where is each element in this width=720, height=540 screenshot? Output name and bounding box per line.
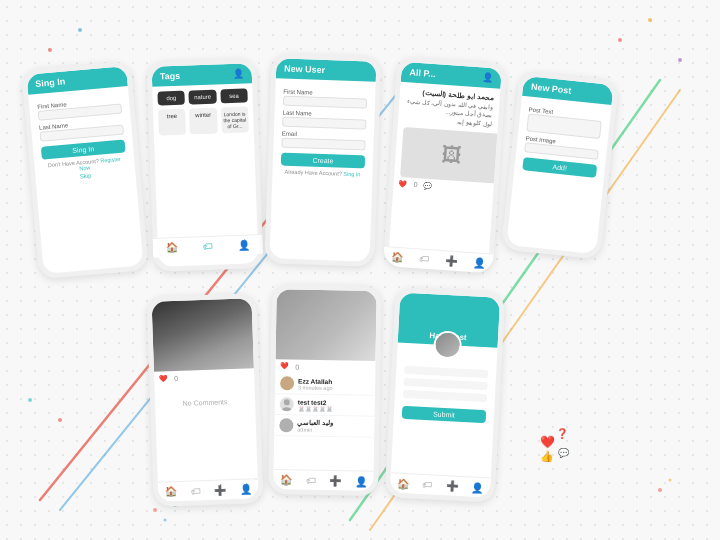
nav-add-icon[interactable]: ➕ [445, 255, 458, 267]
svg-point-13 [164, 519, 167, 522]
nav-home3-icon[interactable]: 🏠 [165, 486, 177, 497]
image-icon: 🖼 [441, 143, 463, 167]
nav-user3-icon[interactable]: 👤 [239, 483, 251, 494]
nav-tag4-icon[interactable]: 🏷 [306, 475, 316, 486]
svg-point-6 [28, 398, 32, 402]
comment3-avatar [279, 418, 293, 432]
comment-2: test test2 🐰🐰🐰🐰🐰 [275, 394, 375, 417]
nav-home4-icon[interactable]: 🏠 [280, 474, 292, 485]
profile-bottom-nav: 🏠 🏷 ➕ 👤 [390, 472, 491, 497]
nu-email-input[interactable] [281, 138, 365, 151]
nu-first-name-input[interactable] [283, 96, 367, 109]
nav-home5-icon[interactable]: 🏠 [397, 478, 410, 490]
nav-tag2-icon[interactable]: 🏷 [419, 253, 430, 265]
profile-form: Submit [393, 360, 496, 428]
phone-allposts: All P... 👤 محمد ابو طلحة (السبت) وابقي ف… [383, 56, 507, 273]
comment1-name: Ezz Atallah [298, 377, 333, 385]
svg-point-4 [648, 18, 652, 22]
tags-grid: dog nature sea tree winter London is the… [152, 83, 254, 140]
profile-field-1[interactable] [404, 366, 488, 378]
allposts-bottom-nav: 🏠 🏷 ➕ 👤 [388, 246, 494, 268]
tag-winter[interactable]: winter [189, 108, 217, 135]
tag-sea[interactable]: sea [220, 88, 248, 103]
svg-point-17 [284, 399, 290, 405]
nav-home-icon[interactable]: 🏠 [165, 242, 177, 253]
like2-count: 0 [295, 363, 299, 370]
nu-last-name-input[interactable] [282, 117, 366, 130]
phone-profile: Haya Test Submit 🏠 🏷 ➕ 👤 [385, 287, 506, 502]
tags-title: Tags [160, 71, 181, 82]
svg-point-1 [78, 28, 82, 32]
comment-1: Ezz Atallah 3 minutes ago [275, 373, 375, 396]
tag-dog[interactable]: dog [157, 91, 185, 106]
nav-user5-icon[interactable]: 👤 [471, 482, 484, 494]
profile-field-2[interactable] [403, 378, 487, 390]
comment2-name: test test2 [298, 398, 333, 406]
nav-user2-icon[interactable]: 👤 [473, 257, 486, 268]
phone-tags: Tags 👤 dog nature sea tree winter London… [146, 58, 263, 272]
already-account-text: Already Have Account? Sing In [280, 169, 364, 178]
like1-count: 0 [174, 374, 178, 381]
allposts-user-icon: 👤 [482, 72, 494, 83]
newuser-signin-link[interactable]: Sing In [343, 171, 360, 178]
post-photo2 [276, 289, 377, 361]
comment1-avatar [280, 376, 294, 390]
allposts-title: All P... [409, 67, 436, 79]
phone-newuser: New User First Name Last Name Email Crea… [264, 53, 381, 267]
add-post-button[interactable]: Add! [522, 157, 597, 178]
svg-point-15 [658, 488, 662, 492]
nav-tag3-icon[interactable]: 🏷 [190, 485, 200, 496]
submit-button[interactable]: Submit [402, 406, 487, 423]
nav-tag5-icon[interactable]: 🏷 [422, 479, 433, 491]
chat-emoji: 💬 [558, 448, 569, 458]
comment-icon[interactable]: 💬 [423, 182, 433, 191]
nav-user-icon[interactable]: 👤 [238, 239, 250, 250]
svg-point-0 [48, 48, 52, 52]
svg-point-16 [669, 479, 672, 482]
nav-add3-icon[interactable]: ➕ [329, 475, 341, 486]
thumbup-emoji: 👍 [540, 450, 554, 463]
heart-emoji: ❤️ [540, 435, 555, 449]
allposts-image-placeholder: 🖼 [400, 127, 502, 184]
signin-title: Sing In [35, 76, 66, 89]
like-count: 0 [413, 181, 417, 188]
comment3-sub: admin [297, 427, 333, 434]
profile-header: Haya Test [398, 293, 500, 348]
nav-tag-icon[interactable]: 🏷 [203, 241, 213, 252]
tag-london[interactable]: London is the capital of Gr... [221, 106, 249, 133]
nav-add2-icon[interactable]: ➕ [214, 484, 226, 495]
nav-home2-icon[interactable]: 🏠 [391, 252, 404, 264]
photo2-bottom-nav: 🏠 🏷 ➕ 👤 [273, 469, 373, 491]
newuser-title: New User [284, 64, 325, 75]
svg-point-5 [678, 58, 682, 62]
profile-field-3[interactable] [403, 390, 487, 402]
like-icon[interactable]: ❤️ [398, 180, 408, 189]
phone-newpost: New Post Post Text Post Image Add! [501, 70, 619, 259]
post-photo1 [152, 298, 254, 371]
photo1-bottom-nav: 🏠 🏷 ➕ 👤 [158, 478, 259, 501]
tags-bottom-nav: 🏠 🏷 👤 [153, 234, 259, 258]
comment-3: وليد العباسي admin [274, 415, 374, 438]
phone-photo2: ❤️ 0 Ezz Atallah 3 minutes ago test test… [268, 284, 382, 496]
nav-add4-icon[interactable]: ➕ [446, 480, 459, 492]
newpost-title: New Post [531, 82, 572, 96]
no-comments-text: No Comments [154, 382, 255, 422]
comment2-sub: 🐰🐰🐰🐰🐰 [298, 405, 333, 412]
nav-user4-icon[interactable]: 👤 [355, 476, 367, 487]
tag-nature[interactable]: nature [189, 90, 217, 105]
tag-tree[interactable]: tree [158, 109, 186, 136]
comment2-avatar [280, 397, 294, 411]
svg-point-3 [618, 38, 622, 42]
like1-icon[interactable]: ❤️ [159, 374, 168, 382]
svg-point-12 [153, 508, 157, 512]
svg-point-7 [58, 418, 62, 422]
phone-signin: Sing In First Name Last Name Sing In Don… [21, 61, 149, 280]
phone-photo1: ❤️ 0 No Comments 🏠 🏷 ➕ 👤 [146, 293, 263, 507]
tags-icon: 👤 [233, 69, 244, 79]
svg-point-18 [282, 407, 292, 411]
create-button[interactable]: Create [281, 153, 365, 169]
question-emoji: ❓ [556, 428, 568, 439]
comment1-sub: 3 minutes ago [298, 384, 333, 391]
like2-icon[interactable]: ❤️ [280, 362, 289, 370]
